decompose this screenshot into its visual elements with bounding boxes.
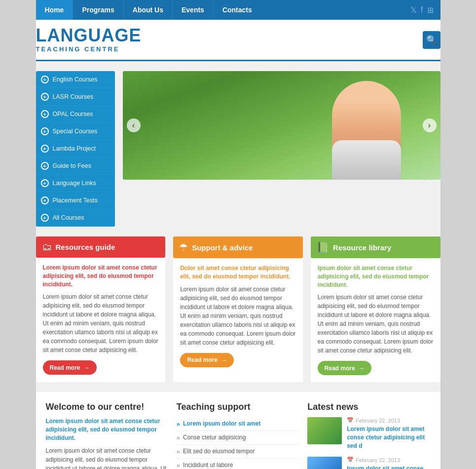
slider-next-button[interactable]: › xyxy=(423,118,437,132)
library-icon: 📗 xyxy=(317,241,329,253)
welcome-highlight: Lorem ipsum dolor sit amet conse ctetur … xyxy=(46,417,169,442)
feature-support: ☂ Support & advice Dolor sit amet conse … xyxy=(173,236,303,382)
top-navigation: Home Programs About Us Events Contacts 𝕏… xyxy=(36,0,440,20)
news-item-0: 📅 February 22, 2013 Lorem ipsum dolor si… xyxy=(307,417,430,450)
site-header: LANGUAGE TEACHING CENTRE 🔍 xyxy=(36,20,440,61)
teaching-item-3[interactable]: » Incididunt ut labore xyxy=(177,459,299,469)
sidebar-label-7: Placement Tests xyxy=(53,197,98,204)
sidebar: English Courses LASR Courses OPAL Course… xyxy=(36,71,115,227)
library-read-more[interactable]: Read more xyxy=(318,361,371,375)
sidebar-item-placement[interactable]: Placement Tests xyxy=(36,192,115,209)
nav-about[interactable]: About Us xyxy=(124,0,172,20)
teaching-title: Teaching support xyxy=(177,402,299,412)
sidebar-plus-icon-7 xyxy=(41,196,49,204)
nav-home[interactable]: Home xyxy=(36,0,73,20)
resources-highlight: Lorem ipsum dolor sit amet conse ctetur … xyxy=(43,264,159,288)
hero-slider: ‹ › xyxy=(123,71,440,180)
support-highlight: Dolor sit amet conse ctetur adipisicing … xyxy=(180,264,296,281)
feature-boxes: 🗂 Resources guide Lorem ipsum dolor sit … xyxy=(36,236,440,382)
sidebar-label-5: Guide to Fees xyxy=(53,162,92,169)
news-thumb-0 xyxy=(307,417,342,444)
feature-resources: 🗂 Resources guide Lorem ipsum dolor sit … xyxy=(36,236,166,382)
bottom-section: Welcome to our centre! Lorem ipsum dolor… xyxy=(36,392,440,469)
sidebar-plus-icon-0 xyxy=(41,76,49,83)
welcome-body1: Lorem ipsum dolor sit amet conse ctetur … xyxy=(46,446,169,469)
nav-programs[interactable]: Programs xyxy=(73,0,123,20)
rss-icon[interactable]: ⊞ xyxy=(427,5,434,15)
sidebar-label-4: Lambda Project xyxy=(53,145,96,152)
teaching-items: » Lorem ipsum dolor sit amet » Conse cte… xyxy=(177,417,299,469)
sidebar-item-all[interactable]: All Courses xyxy=(36,209,115,227)
teaching-item-1[interactable]: » Conse ctetur adipisicing xyxy=(177,431,299,445)
sidebar-label-3: Special Courses xyxy=(53,128,98,135)
search-button[interactable]: 🔍 xyxy=(423,31,440,49)
support-icon: ☂ xyxy=(179,241,188,253)
sidebar-item-links[interactable]: Language Links xyxy=(36,175,115,192)
sidebar-plus-icon-3 xyxy=(41,127,49,135)
support-read-more[interactable]: Read more xyxy=(180,353,234,367)
sidebar-item-english[interactable]: English Courses xyxy=(36,71,115,88)
chevron-icon-3: » xyxy=(177,462,180,469)
teaching-label-1: Conse ctetur adipisicing xyxy=(183,434,246,441)
news-date-1: 📅 February 22, 2013 xyxy=(347,457,430,463)
support-title: Support & advice xyxy=(192,243,253,252)
welcome-title: Welcome to our centre! xyxy=(46,402,169,412)
resources-read-more[interactable]: Read more xyxy=(43,360,97,375)
welcome-col: Welcome to our centre! Lorem ipsum dolor… xyxy=(46,402,169,469)
sidebar-item-lambda[interactable]: Lambda Project xyxy=(36,140,115,157)
news-content-1: 📅 February 22, 2013 Ipsum dolor sit amet… xyxy=(347,457,430,469)
slider-prev-button[interactable]: ‹ xyxy=(127,118,141,132)
sidebar-item-opal[interactable]: OPAL Courses xyxy=(36,106,115,123)
sidebar-plus-icon-4 xyxy=(41,145,49,153)
news-date-text-0: February 22, 2013 xyxy=(356,418,400,424)
news-date-text-1: February 22, 2013 xyxy=(356,457,400,463)
logo-sub: TEACHING CENTRE xyxy=(36,45,142,53)
resources-body: Lorem ipsum dolor sit amet conse ctetur … xyxy=(43,292,159,354)
library-body: Lorem ipsum dolor sit amet conse ctetur … xyxy=(318,293,434,355)
logo: LANGUAGE TEACHING CENTRE xyxy=(36,27,142,53)
sidebar-label-2: OPAL Courses xyxy=(53,111,93,117)
news-col: Latest news 📅 February 22, 2013 Lorem ip… xyxy=(307,402,430,469)
sidebar-label-1: LASR Courses xyxy=(53,93,94,100)
chevron-icon-2: » xyxy=(177,448,180,455)
news-thumb-1 xyxy=(307,457,342,469)
teaching-item-2[interactable]: » Elit sed do eiusmod tempor xyxy=(177,445,299,459)
calendar-icon-0: 📅 xyxy=(347,417,354,424)
chevron-icon-0: » xyxy=(177,420,180,428)
news-link-1[interactable]: Ipsum dolor sit amet conse ctetur adipis… xyxy=(347,465,423,469)
sidebar-item-lasr[interactable]: LASR Courses xyxy=(36,88,115,106)
news-item-1: 📅 February 22, 2013 Ipsum dolor sit amet… xyxy=(307,457,430,469)
logo-main: LANGUAGE xyxy=(36,27,142,44)
teaching-label-0: Lorem ipsum dolor sit amet xyxy=(183,420,260,427)
sidebar-plus-icon-8 xyxy=(41,214,49,222)
resources-icon: 🗂 xyxy=(42,241,52,253)
facebook-icon[interactable]: f xyxy=(421,5,423,14)
sidebar-plus-icon-2 xyxy=(41,110,49,118)
sidebar-plus-icon-5 xyxy=(41,162,49,170)
news-title: Latest news xyxy=(307,402,430,412)
sidebar-label-8: All Courses xyxy=(53,214,84,221)
news-date-0: 📅 February 22, 2013 xyxy=(347,417,430,424)
news-content-0: 📅 February 22, 2013 Lorem ipsum dolor si… xyxy=(347,417,430,450)
calendar-icon-1: 📅 xyxy=(347,457,354,463)
sidebar-label-0: English Courses xyxy=(53,76,98,83)
library-highlight: Ipsum dolor sit amet conse ctetur adipis… xyxy=(318,264,434,289)
news-link-0[interactable]: Lorem ipsum dolor sit amet conse ctetur … xyxy=(347,426,425,449)
teaching-col: Teaching support » Lorem ipsum dolor sit… xyxy=(177,402,299,469)
nav-contacts[interactable]: Contacts xyxy=(214,0,261,20)
nav-events[interactable]: Events xyxy=(173,0,213,20)
chevron-icon-1: » xyxy=(177,434,180,441)
support-body: Lorem ipsum dolor sit amet conse ctetur … xyxy=(180,285,296,347)
twitter-icon[interactable]: 𝕏 xyxy=(410,5,417,15)
library-title: Resource library xyxy=(333,243,391,252)
sidebar-plus-icon-1 xyxy=(41,93,49,101)
sidebar-label-6: Language Links xyxy=(53,180,96,187)
sidebar-item-fees[interactable]: Guide to Fees xyxy=(36,157,115,175)
teaching-item-0[interactable]: » Lorem ipsum dolor sit amet xyxy=(177,417,299,431)
sidebar-item-special[interactable]: Special Courses xyxy=(36,123,115,140)
sidebar-plus-icon-6 xyxy=(41,179,49,187)
resources-title: Resources guide xyxy=(56,243,115,251)
teaching-label-2: Elit sed do eiusmod tempor xyxy=(183,448,255,455)
feature-library: 📗 Resource library Ipsum dolor sit amet … xyxy=(311,236,440,382)
teaching-label-3: Incididunt ut labore xyxy=(183,462,233,469)
